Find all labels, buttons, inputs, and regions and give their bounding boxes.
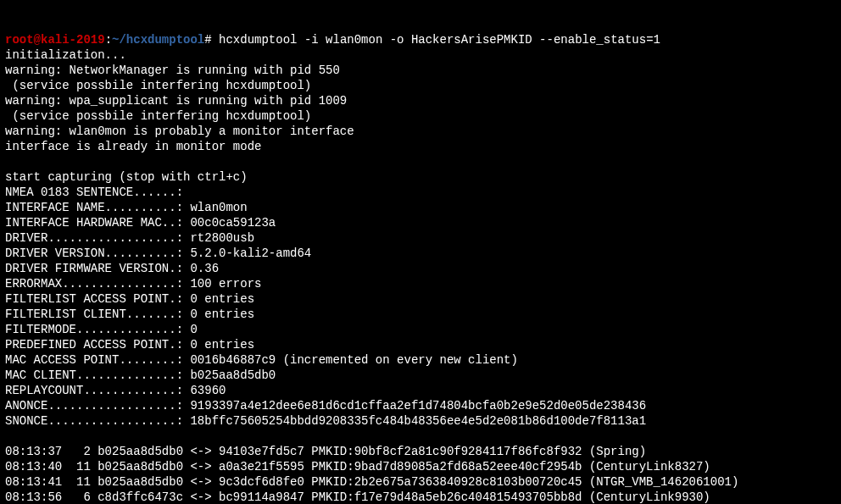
prompt-colon: :: [105, 33, 112, 47]
output-line: FILTERLIST ACCESS POINT.: 0 entries: [5, 292, 254, 306]
prompt-hash: #: [204, 33, 219, 47]
output-line: 08:13:40 11 b025aa8d5db0 <-> a0a3e21f559…: [5, 460, 710, 474]
output-line: PREDEFINED ACCESS POINT.: 0 entries: [5, 338, 254, 352]
prompt-path: ~/hcxdumptool: [112, 33, 204, 47]
output-line: DRIVER FIRMWARE VERSION.: 0.36: [5, 262, 219, 275]
output-line: (service possbile interfering hcxdumptoo…: [5, 109, 311, 123]
output-line: NMEA 0183 SENTENCE......:: [5, 186, 183, 199]
output-line: DRIVER VERSION..........: 5.2.0-kali2-am…: [5, 246, 311, 260]
output-line: INTERFACE HARDWARE MAC..: 00c0ca59123a: [5, 216, 276, 230]
output-line: 08:13:37 2 b025aa8d5db0 <-> 94103e7fd5c7…: [5, 445, 646, 458]
output-line: warning: wpa_supplicant is running with …: [5, 94, 347, 108]
terminal-output[interactable]: root@kali-2019:~/hcxdumptool# hcxdumptoo…: [5, 32, 836, 504]
output-line: FILTERLIST CLIENT.......: 0 entries: [5, 307, 254, 321]
output-line: (service possbile interfering hcxdumptoo…: [5, 79, 311, 92]
output-line: 08:13:41 11 b025aa8d5db0 <-> 9c3dcf6d8fe…: [5, 475, 738, 489]
output-line: 08:13:56 6 c8d3ffc6473c <-> bc99114a9847…: [5, 490, 710, 504]
output-line: REPLAYCOUNT.............: 63960: [5, 384, 226, 397]
prompt-user: root@kali-2019: [5, 33, 105, 47]
command-input: hcxdumptool -i wlan0mon -o HackersAriseP…: [219, 33, 660, 47]
output-line: MAC CLIENT..............: b025aa8d5db0: [5, 368, 276, 382]
output-line: ERRORMAX................: 100 errors: [5, 277, 261, 291]
output-line: initialization...: [5, 48, 126, 62]
output-line: MAC ACCESS POINT........: 0016b46887c9 (…: [5, 353, 518, 367]
output-line: FILTERMODE..............: 0: [5, 323, 198, 336]
output-line: start capturing (stop with ctrl+c): [5, 170, 248, 184]
prompt-line: root@kali-2019:~/hcxdumptool# hcxdumptoo…: [5, 33, 660, 47]
output-line: interface is already in monitor mode: [5, 140, 261, 153]
output-line: warning: NetworkManager is running with …: [5, 64, 340, 77]
output-line: warning: wlan0mon is probably a monitor …: [5, 125, 354, 138]
output-line: INTERFACE NAME..........: wlan0mon: [5, 201, 248, 214]
output-line: SNONCE..................: 18bffc75605254…: [5, 414, 646, 428]
output-line: ANONCE..................: 9193397a4e12de…: [5, 399, 646, 413]
output-line: DRIVER..................: rt2800usb: [5, 231, 254, 245]
